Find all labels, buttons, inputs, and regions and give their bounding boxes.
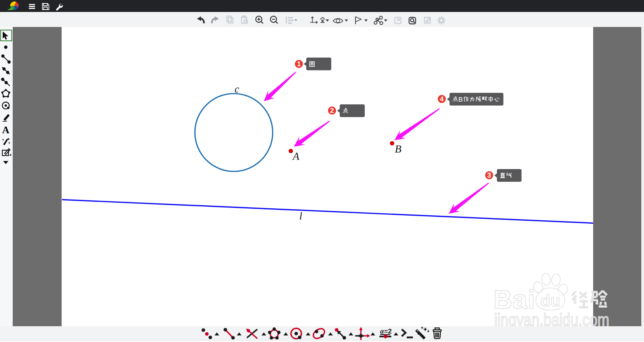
svg-text:c: c	[235, 83, 239, 95]
svg-text:4: 4	[440, 95, 444, 103]
svg-text:1: 1	[297, 60, 301, 68]
svg-text:du: du	[540, 292, 560, 310]
svg-text:=2: =2	[384, 327, 392, 335]
svg-text:3: 3	[487, 171, 491, 179]
svg-text:A: A	[292, 151, 300, 163]
svg-text:l: l	[299, 210, 302, 222]
svg-text:B: B	[458, 96, 463, 103]
svg-text:2: 2	[330, 107, 334, 114]
svg-text:B: B	[395, 143, 401, 155]
svg-text:A: A	[2, 124, 10, 136]
